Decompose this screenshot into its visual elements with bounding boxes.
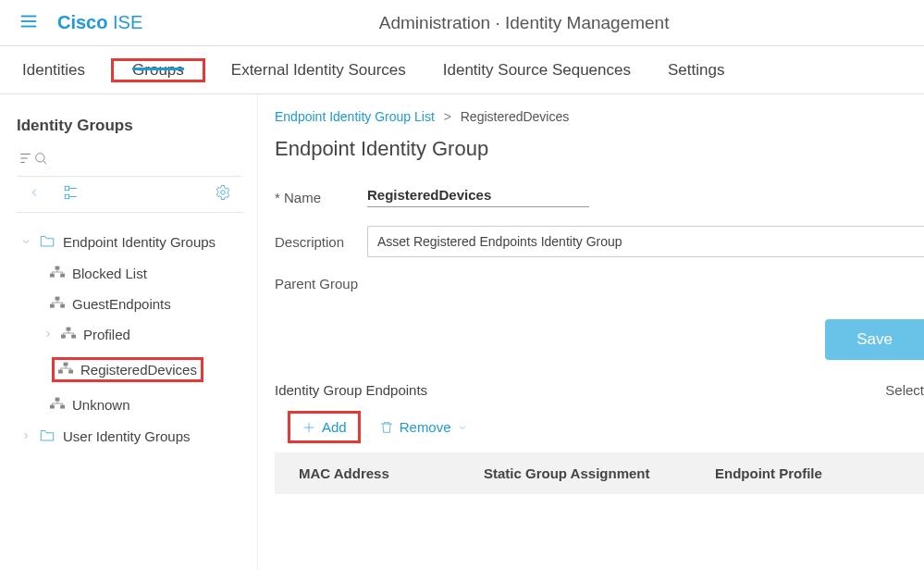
svg-rect-36: [68, 370, 73, 374]
tree-unknown[interactable]: Unknown: [17, 390, 242, 420]
ige-toolbar: Add Remove: [275, 411, 924, 443]
org-icon: [50, 266, 65, 281]
tree-guest-label: GuestEndpoints: [72, 296, 171, 312]
crumb-sep: >: [444, 109, 451, 124]
main-panel: Endpoint Identity Group List > Registere…: [257, 94, 924, 570]
svg-rect-8: [65, 186, 69, 191]
svg-rect-21: [50, 304, 55, 308]
gear-icon[interactable]: [203, 184, 242, 204]
tree-profiled[interactable]: Profiled: [17, 319, 242, 350]
main-title: Endpoint Identity Group: [275, 137, 924, 161]
folder-icon: [39, 233, 55, 251]
description-input[interactable]: [367, 226, 924, 257]
toolbar-row: [17, 176, 242, 213]
highlight-registered: RegisteredDevices: [52, 357, 203, 382]
breadcrumb: Endpoint Identity Group List > Registere…: [275, 109, 924, 124]
brand-light: ISE: [107, 12, 142, 32]
save-button[interactable]: Save: [825, 319, 924, 360]
row-parent: Parent Group: [275, 276, 924, 291]
parent-label: Parent Group: [275, 276, 367, 291]
tab-groups[interactable]: Groups: [114, 61, 203, 80]
highlight-groups-tab: Groups: [111, 58, 205, 82]
col-sga[interactable]: Static Group Assignment: [484, 465, 715, 481]
top-bar: Cisco ISE Administration · Identity Mana…: [0, 0, 924, 46]
chevron-down-icon: [20, 234, 31, 250]
svg-rect-13: [55, 266, 60, 270]
org-icon: [61, 327, 76, 342]
tree-user-groups[interactable]: User Identity Groups: [17, 420, 242, 452]
tab-sequences[interactable]: Identity Source Sequences: [425, 46, 649, 93]
svg-line-7: [43, 161, 46, 164]
chevron-right-icon: [20, 428, 31, 444]
tab-identities[interactable]: Identities: [4, 46, 104, 93]
add-label: Add: [322, 419, 347, 435]
filter-row[interactable]: [17, 146, 242, 176]
col-mac[interactable]: MAC Address: [299, 465, 484, 481]
svg-rect-28: [61, 335, 66, 339]
remove-button[interactable]: Remove: [379, 419, 468, 435]
ige-title: Identity Group Endpoints: [275, 382, 427, 398]
crumb-current: RegisteredDevices: [461, 109, 570, 124]
svg-rect-14: [50, 274, 55, 278]
svg-point-6: [36, 154, 44, 162]
select-label[interactable]: Select: [885, 382, 924, 398]
name-value: RegisteredDevices: [367, 187, 491, 203]
svg-point-12: [221, 191, 226, 195]
hamburger-icon[interactable]: [18, 11, 39, 35]
desc-label: Description: [275, 234, 367, 250]
name-field[interactable]: RegisteredDevices: [367, 187, 589, 207]
tree-guest[interactable]: GuestEndpoints: [17, 289, 242, 319]
svg-rect-42: [50, 405, 55, 409]
tab-external[interactable]: External Identity Sources: [213, 46, 425, 93]
search-icon: [33, 151, 48, 166]
tree-unknown-label: Unknown: [72, 397, 130, 413]
tree-profiled-label: Profiled: [83, 327, 130, 342]
tree-blocked[interactable]: Blocked List: [17, 258, 242, 289]
svg-rect-35: [58, 370, 63, 374]
tree: Endpoint Identity Groups Blocked List Gu…: [17, 226, 242, 452]
chevron-down-icon: [457, 422, 468, 433]
remove-label: Remove: [400, 419, 451, 435]
crumb-list[interactable]: Endpoint Identity Group List: [275, 109, 435, 124]
svg-rect-41: [55, 398, 60, 402]
row-description: Description: [275, 226, 924, 257]
tree-root-label: Endpoint Identity Groups: [63, 234, 216, 250]
tree-root-endpoint[interactable]: Endpoint Identity Groups: [17, 226, 242, 258]
tree-registered-label: RegisteredDevices: [80, 362, 197, 378]
brand[interactable]: Cisco ISE: [57, 12, 142, 33]
tab-bar: Identities Groups External Identity Sour…: [0, 46, 924, 94]
svg-rect-34: [64, 363, 68, 366]
org-icon: [50, 397, 65, 413]
sidebar: Identity Groups Endpoint Identity Groups…: [0, 94, 257, 570]
folder-icon: [39, 428, 55, 445]
tree-registered[interactable]: RegisteredDevices: [17, 350, 242, 390]
svg-rect-20: [55, 297, 60, 301]
page-title: Administration · Identity Management: [142, 13, 906, 33]
chevron-left-icon[interactable]: [17, 186, 52, 203]
plus-icon: [302, 420, 316, 435]
name-label: * Name: [275, 190, 367, 205]
ige-title-row: Identity Group Endpoints Select: [275, 382, 924, 398]
org-icon: [50, 296, 65, 312]
tab-settings[interactable]: Settings: [649, 46, 743, 93]
svg-rect-15: [60, 274, 65, 278]
add-button[interactable]: Add: [288, 411, 361, 443]
svg-rect-9: [65, 194, 69, 199]
col-ep[interactable]: Endpoint Profile: [715, 465, 900, 481]
tree-user-label: User Identity Groups: [63, 428, 191, 444]
save-row: Save: [275, 319, 924, 360]
row-name: * Name RegisteredDevices: [275, 187, 924, 207]
svg-rect-27: [67, 328, 71, 331]
trash-icon: [379, 420, 394, 435]
svg-rect-22: [60, 304, 65, 308]
brand-bold: Cisco: [57, 12, 107, 32]
svg-rect-43: [60, 405, 65, 409]
table-header: MAC Address Static Group Assignment Endp…: [275, 452, 924, 494]
tree-blocked-label: Blocked List: [72, 266, 147, 281]
chevron-right-icon: [43, 327, 54, 342]
sidebar-title: Identity Groups: [17, 117, 242, 135]
org-icon: [58, 362, 73, 378]
svg-rect-29: [71, 335, 76, 339]
tree-view-icon[interactable]: [52, 184, 91, 204]
